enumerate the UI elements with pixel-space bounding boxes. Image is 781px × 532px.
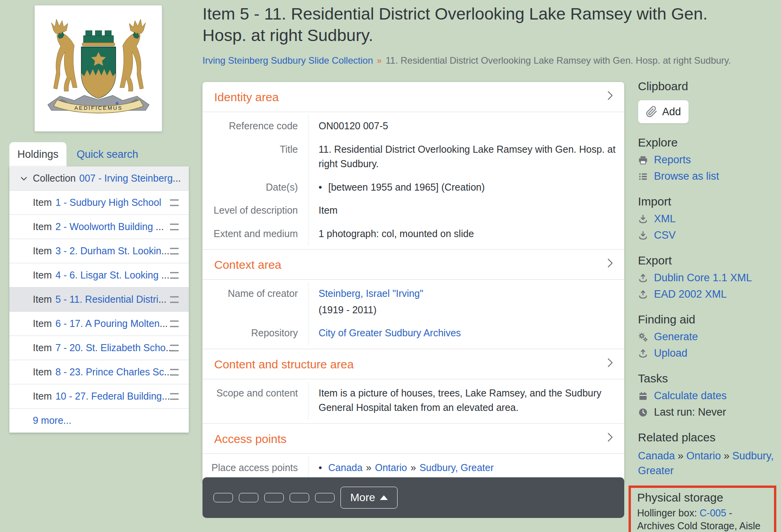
item-link[interactable]: 10 - 27. Federal Building bbox=[56, 391, 162, 402]
rail-heading: Import bbox=[638, 195, 776, 208]
place-link[interactable]: Ontario bbox=[686, 450, 721, 462]
item-link[interactable]: 3 - 2. Durham St. Lookin bbox=[56, 245, 161, 257]
place-separator-icon: » bbox=[721, 450, 732, 462]
more-items-link[interactable]: 9 more... bbox=[33, 415, 72, 426]
tab-holdings[interactable]: Holdings bbox=[9, 142, 66, 166]
tree-item-row[interactable]: Item 5 - 11. Residential Distri ... bbox=[9, 287, 189, 312]
item-link[interactable]: 8 - 23. Prince Charles Sc bbox=[56, 366, 164, 378]
rail-group-import: Import XML CSV bbox=[638, 195, 776, 241]
drag-handle-icon[interactable] bbox=[170, 296, 179, 303]
drag-handle-icon[interactable] bbox=[170, 272, 179, 278]
quick-search-link[interactable]: Quick search bbox=[77, 148, 138, 161]
upload-icon bbox=[638, 348, 648, 359]
rail-link-row[interactable]: Generate bbox=[638, 331, 776, 343]
section-access-points: Access points Place access points Canada… bbox=[202, 423, 624, 484]
tree-item-row[interactable]: Item 1 - Sudbury High School bbox=[9, 191, 189, 215]
rail-link-row[interactable]: Calculate dates bbox=[638, 390, 776, 402]
rail-link-row[interactable]: CSV bbox=[638, 229, 776, 241]
rail-link-row[interactable]: Browse as list bbox=[638, 170, 776, 182]
tree-item-row[interactable]: Item 4 - 6. Lisgar St. Looking ... bbox=[9, 263, 189, 287]
place-separator-icon: » bbox=[362, 462, 375, 473]
place-link[interactable]: Canada bbox=[638, 450, 675, 462]
place-link[interactable]: Sudbury, Greater bbox=[419, 462, 494, 473]
chevron-right-icon[interactable] bbox=[606, 89, 614, 105]
field-row: Extent and medium 1 photograph: col, mou… bbox=[202, 222, 624, 246]
breadcrumb-collection-link[interactable]: Irving Steinberg Sudbury Slide Collectio… bbox=[202, 55, 373, 66]
place-link[interactable]: Ontario bbox=[375, 462, 407, 473]
field-row: Reference code ON00120 007-5 bbox=[202, 114, 624, 138]
item-link[interactable]: 6 - 17. A Pouring Molten bbox=[56, 318, 160, 329]
rail-group-export: Export Dublin Core 1.1 XML EAD 2002 XML bbox=[638, 254, 776, 300]
section-title: Content and structure area bbox=[214, 358, 354, 371]
page-title: Item 5 - 11. Residential District Overlo… bbox=[202, 3, 722, 46]
chevron-right-icon[interactable] bbox=[606, 431, 614, 446]
chevron-down-icon[interactable] bbox=[20, 174, 28, 183]
storage-box-link[interactable]: C-005 bbox=[700, 507, 726, 518]
chevron-right-icon[interactable] bbox=[606, 257, 614, 272]
tree-item-row[interactable]: Item 2 - Woolworth Building ... bbox=[9, 215, 189, 239]
drag-handle-icon[interactable] bbox=[170, 369, 179, 375]
drag-handle-icon[interactable] bbox=[170, 199, 179, 206]
item-link[interactable]: 4 - 6. Lisgar St. Looking bbox=[56, 270, 159, 281]
drag-handle-icon[interactable] bbox=[170, 320, 179, 327]
tree-item-row[interactable]: Item 7 - 20. St. Elizabeth Scho ... bbox=[9, 336, 189, 360]
toolbar-button[interactable] bbox=[290, 493, 309, 502]
rail-link[interactable]: EAD 2002 XML bbox=[654, 288, 727, 300]
rail-link[interactable]: Generate bbox=[654, 331, 698, 343]
drag-handle-icon[interactable] bbox=[170, 393, 179, 400]
level-label: Item bbox=[33, 366, 52, 378]
field-value: 1 photograph: col, mounted on slide bbox=[308, 222, 624, 246]
tab-quick-search[interactable]: Quick search bbox=[77, 142, 138, 166]
field-value: Canada»Ontario»Sudbury, Greater bbox=[308, 456, 624, 480]
rail-link-row[interactable]: Upload bbox=[638, 347, 776, 359]
rail-link[interactable]: XML bbox=[654, 213, 676, 225]
rail-link[interactable]: Dublin Core 1.1 XML bbox=[654, 272, 752, 284]
clipboard-add-button[interactable]: Add bbox=[638, 100, 689, 123]
rail-link[interactable]: Calculate dates bbox=[654, 390, 727, 402]
place-separator-icon: » bbox=[407, 462, 419, 473]
toolbar-button[interactable] bbox=[239, 493, 258, 502]
tree-item-row[interactable]: Item 6 - 17. A Pouring Molten ... bbox=[9, 312, 189, 336]
toolbar-button[interactable] bbox=[213, 493, 233, 502]
tree-item-row[interactable]: Item 3 - 2. Durham St. Lookin ... bbox=[9, 239, 189, 263]
field-row: Title 11. Residential District Overlooki… bbox=[202, 138, 624, 176]
breadcrumb-current: 11. Residential District Overlooking Lak… bbox=[386, 55, 731, 66]
truncation-ellipsis: ... bbox=[173, 173, 181, 184]
field-row: Repository City of Greater Sudbury Archi… bbox=[202, 321, 624, 345]
rail-heading: Export bbox=[638, 254, 776, 267]
toolbar-button[interactable] bbox=[264, 493, 284, 502]
rail-link-row[interactable]: Dublin Core 1.1 XML bbox=[638, 272, 776, 284]
truncation-ellipsis: ... bbox=[158, 294, 167, 305]
drag-handle-icon[interactable] bbox=[170, 248, 179, 254]
drag-handle-icon[interactable] bbox=[170, 223, 179, 230]
tree-item-row[interactable]: Item 10 - 27. Federal Building ... bbox=[9, 384, 189, 409]
tree-more-row[interactable]: 9 more... bbox=[9, 409, 189, 433]
tree-item-row[interactable]: Item 8 - 23. Prince Charles Sc ... bbox=[9, 360, 189, 384]
toolbar-button[interactable] bbox=[315, 493, 335, 502]
rail-link-row[interactable]: XML bbox=[638, 213, 776, 225]
rail-link[interactable]: Browse as list bbox=[654, 170, 719, 182]
field-row: Scope and content Item is a picture of h… bbox=[202, 382, 624, 420]
collection-link[interactable]: 007 - Irving Steinberg bbox=[79, 173, 173, 184]
storage-prefix: Hollinger box: bbox=[637, 507, 697, 518]
rail-link-row[interactable]: EAD 2002 XML bbox=[638, 288, 776, 300]
field-row: Name of creator Steinberg, Israel "Irvin… bbox=[202, 282, 624, 321]
bullet-icon bbox=[319, 182, 328, 193]
caret-up-icon bbox=[380, 495, 388, 500]
rail-link[interactable]: Reports bbox=[654, 154, 691, 166]
rail-link[interactable]: Upload bbox=[654, 347, 688, 359]
item-link[interactable]: 7 - 20. St. Elizabeth Scho bbox=[56, 342, 166, 353]
drag-handle-icon[interactable] bbox=[170, 345, 179, 351]
more-button[interactable]: More bbox=[340, 487, 398, 509]
item-link[interactable]: 2 - Woolworth Building bbox=[56, 221, 153, 232]
calendar-icon bbox=[638, 391, 648, 401]
item-link[interactable]: 1 - Sudbury High School bbox=[56, 197, 161, 208]
creator-link[interactable]: Steinberg, Israel "Irving" bbox=[319, 288, 423, 299]
repository-link[interactable]: City of Greater Sudbury Archives bbox=[319, 327, 461, 338]
rail-link-row[interactable]: Reports bbox=[638, 154, 776, 166]
chevron-right-icon[interactable] bbox=[606, 356, 614, 371]
rail-link[interactable]: CSV bbox=[654, 229, 676, 241]
place-link[interactable]: Canada bbox=[328, 462, 363, 473]
tree-collection-row[interactable]: Collection 007 - Irving Steinberg ... bbox=[9, 166, 189, 191]
item-link[interactable]: 5 - 11. Residential Distri bbox=[56, 294, 159, 305]
